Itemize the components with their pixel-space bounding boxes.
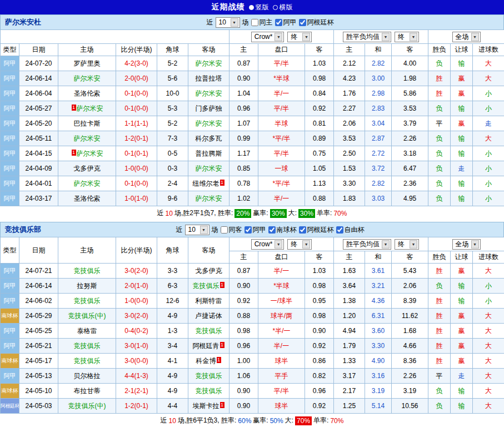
odds-stage-select[interactable]: 终▼ <box>395 32 419 42</box>
filter-near-label: 近 <box>207 18 213 27</box>
result-handicap: 赢 <box>451 339 473 354</box>
competition-type: 阿甲 <box>1 161 19 176</box>
ah-line: 平/半 <box>258 56 305 71</box>
draw-odds: 3.03 <box>365 191 392 206</box>
filter-checkbox-input[interactable] <box>299 226 306 234</box>
corner-cell: 5-6 <box>157 71 188 86</box>
home-team-cell: 竞技俱乐 <box>58 354 116 369</box>
team-name: 萨尔米安 <box>196 165 222 172</box>
away-team-cell: 卢捷诺体 <box>188 309 229 324</box>
corner-cell: 9-6 <box>157 191 188 206</box>
result-handicap: 走 <box>451 369 473 384</box>
result-handicap: 赢 <box>451 309 473 324</box>
filter-checkbox[interactable]: 阿甲 <box>275 18 297 27</box>
filter-checkbox-input[interactable] <box>275 19 282 26</box>
odds-stage-select[interactable]: 终▼ <box>395 239 419 250</box>
ah-home-odds: 1.02 <box>229 191 258 206</box>
home-win-odds: 3.17 <box>334 369 365 384</box>
filter-checkbox[interactable]: 阿根廷杯 <box>299 225 334 235</box>
competition-type: 阿甲 <box>1 191 19 206</box>
filter-checkbox[interactable]: 同主 <box>251 18 273 27</box>
filter-checkbox-input[interactable] <box>221 226 228 234</box>
filter-checkbox-input[interactable] <box>244 226 252 234</box>
scope-select[interactable]: 全场▼ <box>452 239 481 250</box>
filter-checkbox-input[interactable] <box>268 226 276 234</box>
home-win-odds: 1.63 <box>334 264 365 279</box>
match-count-select[interactable]: 10▼ <box>216 17 240 28</box>
bookmaker-stage-select[interactable]: 终▼ <box>287 32 312 42</box>
red-card-badge: 1 <box>72 150 76 156</box>
filter-checkbox[interactable]: 阿甲 <box>244 225 266 235</box>
team-name: 萨尔米安 <box>196 59 222 67</box>
bookmaker-stage-select[interactable]: 终▼ <box>287 239 312 250</box>
filter-checkbox[interactable]: 自由杯 <box>336 225 365 235</box>
result-handicap: 输 <box>451 131 473 146</box>
result-wdl: 胜 <box>428 264 451 279</box>
result-goals: 小 <box>473 191 504 206</box>
draw-odds: 3.61 <box>365 264 392 279</box>
bookmaker-select[interactable]: Crow*▼ <box>251 32 285 42</box>
team-name: 萨尔米安 <box>196 120 222 127</box>
score-cell: 1-2(0-1) <box>116 399 157 414</box>
draw-odds: 4.90 <box>365 354 392 369</box>
result-wdl: 平 <box>428 116 451 131</box>
odds-type-select[interactable]: 胜平负均值▼ <box>343 32 391 42</box>
summary-part: 赢率: <box>253 208 268 218</box>
result-wdl: 胜 <box>428 354 451 369</box>
match-count-select[interactable]: 10▼ <box>185 225 209 235</box>
layout-radio-vertical[interactable]: 竖版 <box>249 3 269 12</box>
corner-cell: 10-0 <box>157 86 188 101</box>
score-cell: 2-1(2-1) <box>116 384 157 399</box>
summary-line: 近10场,胜6平1负3, 胜率:60%赢率:50%大:70%单率:70% <box>0 414 504 428</box>
summary-part: 20% <box>234 209 251 218</box>
bookmaker-select[interactable]: Crow*▼ <box>251 239 285 250</box>
draw-odds: 6.31 <box>365 309 392 324</box>
corner-cell: 4-4 <box>157 399 188 414</box>
filter-checkbox-input[interactable] <box>251 19 258 26</box>
ah-home-odds: 0.87 <box>229 56 258 71</box>
odds-type-value: 胜平负均值 <box>346 32 380 42</box>
home-win-odds: 4.23 <box>334 71 365 86</box>
ah-home-odds: 0.90 <box>229 279 258 294</box>
column-header: 让球 <box>451 251 473 264</box>
filter-checkbox-input[interactable] <box>299 19 306 26</box>
result-wdl: 胜 <box>428 339 451 354</box>
corner-cell: 6-3 <box>157 279 188 294</box>
score-cell: 1-2(0-1) <box>116 131 157 146</box>
summary-part: 30% <box>298 209 315 218</box>
filter-checkbox[interactable]: 同客 <box>221 225 242 235</box>
corner-cell: 5-2 <box>157 56 188 71</box>
filter-checkbox[interactable]: 南球杯 <box>268 225 297 235</box>
summary-part: 70% <box>295 416 312 425</box>
ah-odds-controls: Crow*▼ 终▼ <box>229 30 334 44</box>
filter-checkbox-input[interactable] <box>336 226 343 234</box>
competition-type: 阿甲 <box>1 294 19 309</box>
away-win-odds: 1.98 <box>392 71 428 86</box>
red-card-badge: 1 <box>220 180 224 186</box>
summary-part: 赢率: <box>253 416 268 425</box>
odds-stage-value: 终 <box>398 32 405 42</box>
scope-select[interactable]: 全场▼ <box>452 32 481 42</box>
match-row: 阿甲24-07-21竞技俱乐3-0(2-0)3-3戈多伊克0.87半/一1.03… <box>1 264 504 279</box>
draw-odds: 2.82 <box>365 56 392 71</box>
summary-part: 近 <box>157 208 164 218</box>
column-header: 日期 <box>19 44 58 56</box>
odds-type-select[interactable]: 胜平负均值▼ <box>343 239 391 250</box>
away-team-cell: 阿根廷青1 <box>188 339 229 354</box>
column-header: 客场 <box>188 44 229 56</box>
result-handicap: 输 <box>451 191 473 206</box>
away-win-odds: 11.62 <box>392 309 428 324</box>
match-row: 南球杯24-05-10布拉甘蒂2-1(2-1)4-9竞技俱乐0.90平/半0.9… <box>1 384 504 399</box>
result-goals: 大 <box>473 71 504 86</box>
team-name: 竞技俱乐 <box>196 327 222 335</box>
corner-cell: 0-5 <box>157 146 188 161</box>
corner-cell: 5-3 <box>157 101 188 116</box>
match-row: 阿甲24-07-20罗萨里奥4-2(3-0)5-2萨尔米安0.87平/半1.03… <box>1 56 504 71</box>
layout-radio-horizontal[interactable]: 横版 <box>273 3 293 12</box>
home-win-odds: 2.27 <box>334 101 365 116</box>
match-row: 阿甲24-06-02竞技俱乐1-0(0-0)12-6利斯特雷0.92一/球半0.… <box>1 294 504 309</box>
away-win-odds: 2.06 <box>392 279 428 294</box>
ah-line: 球半 <box>258 399 305 414</box>
filter-checkbox[interactable]: 阿根廷杯 <box>299 18 334 27</box>
ah-away-odds: 0.92 <box>305 101 334 116</box>
